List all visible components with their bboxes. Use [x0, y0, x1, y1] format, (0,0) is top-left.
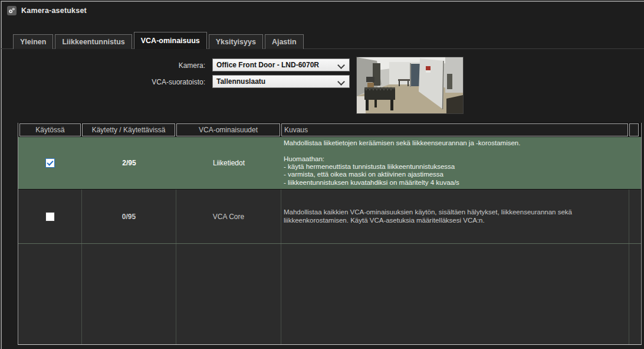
window-title: Kamera-asetukset	[21, 6, 87, 15]
spacer-cell	[629, 190, 641, 243]
vca-stream-select[interactable]: Tallennuslaatu	[212, 75, 350, 88]
tab-yleinen[interactable]: Yleinen	[13, 34, 53, 49]
chevron-down-icon	[337, 78, 345, 86]
vca-feature-table: Käytössä Käytetty / Käytettävissä VCA-om…	[18, 123, 642, 345]
table-row-vca-core[interactable]: 0/95 VCA Core Mahdollistaa kaikkien VCA-…	[18, 190, 641, 244]
tab-yksityisyys[interactable]: Yksityisyys	[209, 34, 263, 49]
enabled-checkbox[interactable]	[45, 158, 55, 168]
spacer-cell	[629, 137, 641, 189]
window-border-top-highlight	[0, 1, 644, 2]
tab-liikkeentunnistus[interactable]: Liikkeentunnistus	[55, 34, 132, 49]
tab-label: Yksityisyys	[216, 38, 256, 46]
table-row-liiketiedot[interactable]: 2/95 Liiketiedot Mahdollistaa liiketieto…	[18, 137, 641, 190]
tab-label: VCA-ominaisuus	[141, 37, 200, 45]
empty-cell	[629, 244, 641, 344]
feature-cell: VCA Core	[176, 190, 281, 243]
camera-settings-icon	[7, 6, 17, 15]
header-kaytetty-kaytettavissa: Käytetty / Käytettävissä	[82, 123, 175, 136]
title-bar[interactable]: Kamera-asetukset	[7, 5, 87, 17]
tab-label: Yleinen	[20, 38, 46, 46]
empty-cell	[281, 244, 629, 344]
tab-label: Liikkeentunnistus	[62, 38, 124, 46]
vca-stream-select-label: VCA-suoratoisto:	[83, 78, 205, 86]
header-spacer	[629, 123, 639, 136]
header-kaytossa: Käytössä	[19, 123, 81, 136]
table-header-row: Käytössä Käytetty / Käytettävissä VCA-om…	[18, 123, 641, 137]
header-kuvaus: Kuvaus	[281, 123, 628, 136]
tab-vca-ominaisuus[interactable]: VCA-ominaisuus	[134, 32, 207, 49]
enabled-checkbox[interactable]	[45, 212, 55, 221]
vca-stream-select-value: Tallennuslaatu	[216, 77, 265, 86]
hallway-scene	[357, 57, 463, 113]
description-cell: Mahdollistaa liiketietojen keräämisen se…	[284, 139, 520, 187]
camera-select[interactable]: Office Front Door - LND-6070R	[212, 58, 350, 71]
camera-preview-image	[356, 57, 464, 114]
window-border-left-highlight	[1, 1, 2, 349]
header-vca-ominaisuudet: VCA-ominaisuudet	[176, 123, 280, 136]
usage-cell: 2/95	[82, 137, 176, 189]
empty-cell	[176, 244, 281, 344]
enabled-cell	[18, 137, 82, 189]
chevron-down-icon	[337, 61, 345, 69]
description-cell: Mahdollistaa kaikkien VCA-ominaisuuksien…	[284, 208, 623, 224]
usage-cell: 0/95	[82, 190, 176, 243]
camera-select-value: Office Front Door - LND-6070R	[216, 61, 319, 69]
tab-ajastin[interactable]: Ajastin	[265, 34, 304, 49]
settings-tab-strip: Yleinen Liikkeentunnistus VCA-ominaisuus…	[13, 32, 304, 49]
empty-row	[18, 244, 641, 344]
empty-cell	[18, 244, 82, 344]
camera-select-label: Kamera:	[83, 61, 205, 70]
feature-cell: Liiketiedot	[176, 137, 281, 189]
tab-label: Ajastin	[272, 38, 297, 46]
enabled-cell	[18, 190, 82, 243]
empty-cell	[82, 244, 176, 344]
